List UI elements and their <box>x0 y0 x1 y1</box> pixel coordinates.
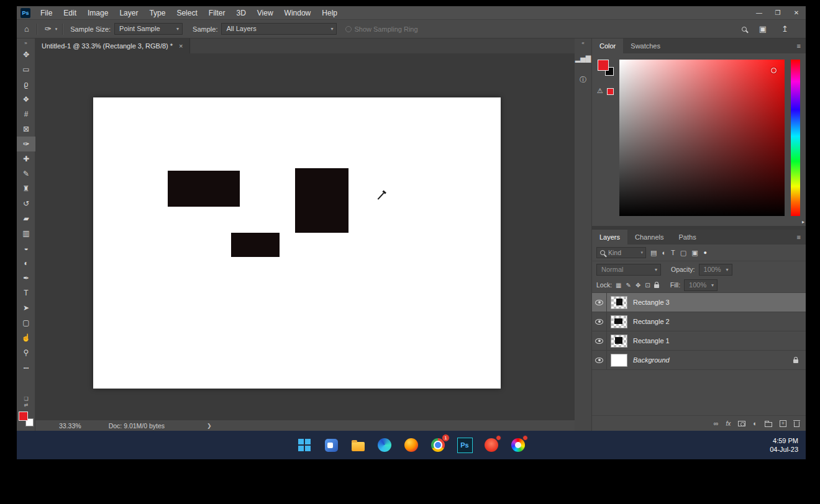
tab-color[interactable]: Color <box>592 38 623 53</box>
minimize-button[interactable]: — <box>750 6 768 20</box>
menu-layer[interactable]: Layer <box>114 6 144 20</box>
taskbar-clock[interactable]: 4:59 PM 04-Jul-23 <box>770 436 798 454</box>
adjustment-layer-icon[interactable]: ◐ <box>753 420 757 427</box>
move-tool[interactable]: ✥ <box>17 47 35 62</box>
tab-layers[interactable]: Layers <box>592 230 627 245</box>
visibility-toggle[interactable] <box>592 331 607 350</box>
delete-layer-icon[interactable] <box>794 421 800 427</box>
opacity-select[interactable]: 100% <box>699 264 732 276</box>
filter-shape-layers-icon[interactable]: ▢ <box>680 249 686 257</box>
taskbar-opera-icon[interactable] <box>483 436 500 454</box>
status-menu-icon[interactable]: ❯ <box>207 423 212 429</box>
visibility-toggle[interactable] <box>592 312 607 331</box>
spot-healing-brush-tool[interactable]: ✚ <box>17 151 35 166</box>
default-colors-icon[interactable]: ❏ <box>17 396 35 402</box>
frame-tool[interactable]: ⊠ <box>17 122 35 137</box>
lock-all-icon[interactable] <box>654 284 659 288</box>
layer-row-rectangle-2[interactable]: Rectangle 2 <box>592 312 806 331</box>
zoom-level[interactable]: 33.33% <box>59 422 81 430</box>
add-layer-mask-icon[interactable] <box>738 421 745 426</box>
menu-help[interactable]: Help <box>316 6 343 20</box>
edit-toolbar[interactable]: ••• <box>17 360 35 375</box>
layer-row-background[interactable]: Background <box>592 351 806 370</box>
foreground-color-swatch[interactable] <box>598 60 609 71</box>
layer-filter-select[interactable]: Kind <box>596 247 646 258</box>
crop-tool[interactable]: # <box>17 107 35 122</box>
pen-tool[interactable]: ✒ <box>17 271 35 286</box>
info-panel-icon[interactable]: ⓘ <box>580 75 586 84</box>
sample-select[interactable]: All Layers <box>221 23 337 35</box>
layer-thumbnail[interactable] <box>611 354 627 367</box>
search-icon[interactable] <box>742 27 747 32</box>
restore-button[interactable]: ❐ <box>768 6 787 20</box>
visibility-toggle[interactable] <box>592 351 607 369</box>
hand-tool[interactable]: ☝ <box>17 330 35 345</box>
lock-position-icon[interactable]: ✥ <box>636 282 640 289</box>
filter-toggle[interactable]: ● <box>704 250 707 256</box>
panel-menu-icon[interactable]: ≡ <box>797 38 806 53</box>
menu-filter[interactable]: Filter <box>203 6 231 20</box>
menu-file[interactable]: File <box>35 6 58 20</box>
layer-thumbnail[interactable] <box>611 296 627 309</box>
histogram-panel-icon[interactable]: ▂▅▇ <box>575 55 591 63</box>
workspace-icon[interactable]: ▣ <box>759 24 767 34</box>
sample-size-select[interactable]: Point Sample <box>114 23 183 35</box>
tab-close-icon[interactable]: × <box>179 42 183 50</box>
blur-tool[interactable]: ◒ <box>17 241 35 256</box>
brush-tool[interactable]: ✎ <box>17 166 35 181</box>
filter-pixel-layers-icon[interactable]: ▤ <box>650 249 657 257</box>
saturation-brightness-field[interactable] <box>619 60 785 216</box>
layer-thumbnail[interactable] <box>611 315 627 328</box>
layer-row-rectangle-3[interactable]: Rectangle 3 <box>592 293 806 312</box>
taskbar-file-explorer-icon[interactable] <box>349 436 367 454</box>
menu-type[interactable]: Type <box>144 6 171 20</box>
tab-channels[interactable]: Channels <box>627 230 671 245</box>
layer-row-rectangle-1[interactable]: Rectangle 1 <box>592 331 806 351</box>
expand-toolbar-icon[interactable]: » <box>17 38 35 47</box>
tab-swatches[interactable]: Swatches <box>623 38 668 53</box>
document-canvas[interactable] <box>93 97 501 389</box>
taskbar-start-button[interactable] <box>296 436 313 454</box>
link-layers-icon[interactable]: ∞ <box>714 420 719 427</box>
shape-tool[interactable]: ▢ <box>17 315 35 330</box>
lock-pixels-icon[interactable]: ✎ <box>626 282 631 289</box>
color-picker-marker[interactable] <box>771 68 777 73</box>
lasso-tool[interactable]: ϱ <box>17 77 35 92</box>
rectangular-marquee-tool[interactable]: ▭ <box>17 62 35 77</box>
hue-slider[interactable] <box>791 60 800 216</box>
history-brush-tool[interactable]: ↺ <box>17 196 35 211</box>
home-icon[interactable]: ⌂ <box>24 24 29 34</box>
taskbar-edge-icon[interactable] <box>376 436 393 454</box>
gamut-color-chip[interactable] <box>607 88 614 95</box>
panel-resize-grip[interactable]: ▸ <box>802 219 804 225</box>
menu-select[interactable]: Select <box>171 6 203 20</box>
menu-image[interactable]: Image <box>82 6 114 20</box>
gradient-tool[interactable]: ▥ <box>17 226 35 241</box>
menu-edit[interactable]: Edit <box>58 6 82 20</box>
menu-view[interactable]: View <box>252 6 279 20</box>
foreground-color-swatch[interactable] <box>19 412 28 421</box>
layer-effects-icon[interactable]: fx <box>726 420 731 427</box>
new-layer-icon[interactable] <box>780 420 786 427</box>
eyedropper-tool[interactable]: ✑ <box>17 137 35 151</box>
collapse-panels-icon[interactable]: « <box>581 40 584 46</box>
eyedropper-preset-icon[interactable]: ✑ <box>45 24 52 34</box>
type-tool[interactable]: T <box>17 286 35 300</box>
swap-colors-icon[interactable]: ⇄ <box>17 402 35 408</box>
taskbar-chrome-icon[interactable]: 1 <box>429 436 447 454</box>
taskbar-photoshop-icon[interactable]: Ps <box>456 436 473 454</box>
clone-stamp-tool[interactable]: ♜ <box>17 181 35 196</box>
tab-paths[interactable]: Paths <box>672 230 704 245</box>
filter-smart-objects-icon[interactable]: ▣ <box>691 249 698 257</box>
visibility-toggle[interactable] <box>592 293 607 312</box>
taskbar-teams-icon[interactable] <box>322 436 340 454</box>
taskbar-firefox-icon[interactable] <box>403 436 420 454</box>
sampling-ring-checkbox[interactable] <box>345 26 352 32</box>
document-tab[interactable]: Untitled-1 @ 33.3% (Rectangle 3, RGB/8) … <box>35 38 190 53</box>
new-group-icon[interactable] <box>765 422 772 427</box>
canvas-area[interactable] <box>35 53 575 420</box>
zoom-tool[interactable]: ⚲ <box>17 345 35 360</box>
filter-type-layers-icon[interactable]: T <box>671 249 675 256</box>
path-selection-tool[interactable]: ➤ <box>17 300 35 315</box>
taskbar-color-wheel-icon[interactable] <box>509 436 527 454</box>
